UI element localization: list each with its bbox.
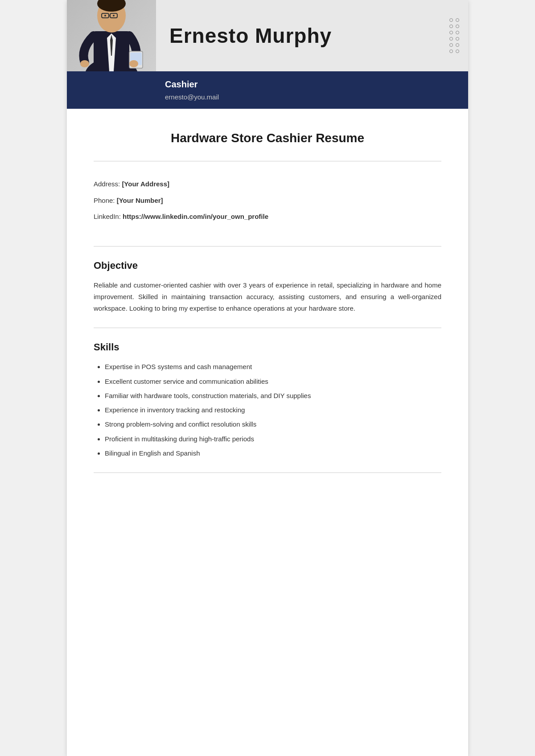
dot [449, 25, 453, 28]
header-bottom: Cashier ernesto@you.mail [67, 71, 468, 109]
profile-photo [67, 0, 156, 71]
header-name-area: Ernesto Murphy [156, 0, 440, 71]
skill-item: Proficient in multitasking during high-t… [105, 433, 441, 445]
dot [456, 31, 459, 34]
address-label: Address: [94, 180, 120, 188]
skill-item: Experience in inventory tracking and res… [105, 404, 441, 416]
dot [449, 49, 453, 53]
skills-list: Expertise in POS systems and cash manage… [94, 361, 441, 459]
svg-point-15 [129, 60, 138, 67]
skill-item: Bilingual in English and Spanish [105, 448, 441, 459]
divider-1 [94, 161, 441, 161]
skill-item: Strong problem-solving and conflict reso… [105, 419, 441, 430]
dot [449, 37, 453, 41]
dot [456, 18, 459, 22]
dot [449, 43, 453, 47]
header-top: Ernesto Murphy [67, 0, 468, 71]
dot [449, 31, 453, 34]
email: ernesto@you.mail [165, 93, 455, 101]
address-value: [Your Address] [122, 180, 169, 188]
decorative-dots [440, 0, 468, 71]
skill-item: Expertise in POS systems and cash manage… [105, 361, 441, 373]
candidate-name: Ernesto Murphy [169, 24, 332, 48]
skill-item: Excellent customer service and communica… [105, 376, 441, 387]
contact-section: Address: [Your Address] Phone: [Your Num… [94, 175, 441, 233]
job-title: Cashier [165, 79, 455, 90]
dot [456, 37, 459, 41]
address-line: Address: [Your Address] [94, 179, 441, 189]
svg-point-11 [113, 15, 115, 16]
divider-4 [94, 472, 441, 473]
linkedin-value: https://www.linkedin.com/in/your_own_pro… [123, 213, 268, 220]
svg-point-10 [104, 15, 106, 16]
header: Ernesto Murphy Cashier ernesto@you.mail [67, 0, 468, 109]
objective-heading: Objective [94, 260, 441, 271]
skill-item: Familiar with hardware tools, constructi… [105, 390, 441, 402]
phone-label: Phone: [94, 197, 115, 204]
linkedin-label: LinkedIn: [94, 213, 121, 220]
dot [456, 25, 459, 28]
skills-section: Skills Expertise in POS systems and cash… [94, 341, 441, 459]
dot [449, 18, 453, 22]
phone-value: [Your Number] [117, 197, 163, 204]
dot [456, 49, 459, 53]
divider-2 [94, 246, 441, 247]
skills-heading: Skills [94, 341, 441, 353]
divider-3 [94, 328, 441, 328]
main-content: Hardware Store Cashier Resume Address: [… [67, 109, 468, 504]
svg-point-14 [80, 60, 89, 67]
resume-page: Ernesto Murphy Cashier ernesto@you.mail … [67, 0, 468, 756]
resume-title: Hardware Store Cashier Resume [94, 131, 441, 145]
objective-section: Objective Reliable and customer-oriented… [94, 260, 441, 315]
objective-body: Reliable and customer-oriented cashier w… [94, 279, 441, 315]
dot [456, 43, 459, 47]
linkedin-line: LinkedIn: https://www.linkedin.com/in/yo… [94, 212, 441, 222]
phone-line: Phone: [Your Number] [94, 196, 441, 206]
